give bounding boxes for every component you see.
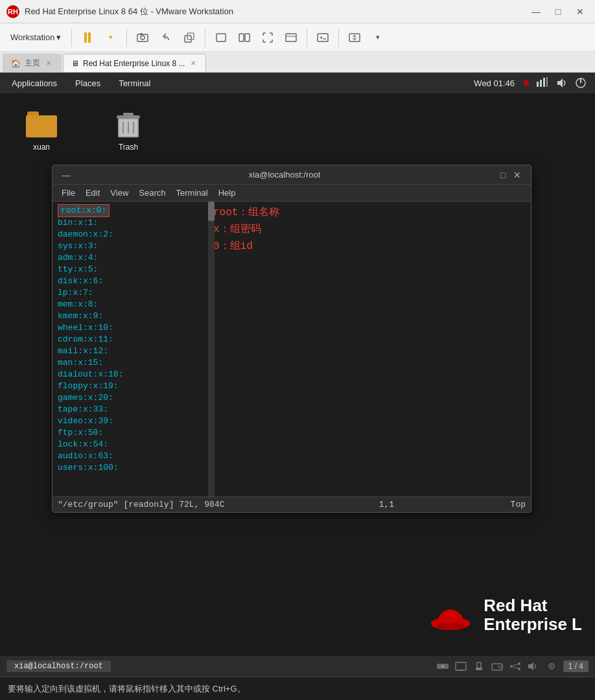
table-row: video:x:39: <box>58 415 200 427</box>
svg-rect-6 <box>239 34 244 41</box>
svg-point-28 <box>436 623 465 629</box>
term-menu-file[interactable]: File <box>56 187 80 199</box>
table-row: ftp:x:50: <box>58 427 200 439</box>
view-split[interactable] <box>234 27 255 48</box>
stretch-icon <box>348 31 361 44</box>
sound-icon <box>555 76 568 89</box>
svg-rect-2 <box>140 33 143 35</box>
svg-point-43 <box>550 666 552 668</box>
table-row: cdrom:x:11: <box>58 334 200 345</box>
term-menu-help[interactable]: Help <box>213 187 241 199</box>
hint-bar: 要将输入定向到该虚拟机，请将鼠标指针移入其中或按 Ctrl+G。 <box>0 677 595 700</box>
stretch-dropdown[interactable]: ▾ <box>368 27 388 48</box>
terminal-minimize[interactable]: — <box>59 168 73 182</box>
console-button[interactable] <box>312 27 333 48</box>
menu-places[interactable]: Places <box>71 77 104 89</box>
table-row: dialout:x:18: <box>58 369 200 380</box>
term-menu-search[interactable]: Search <box>134 187 170 199</box>
separator-5 <box>338 29 339 47</box>
bottom-terminal-button[interactable]: xia@localhost:/root <box>6 660 111 672</box>
svg-rect-8 <box>286 34 296 41</box>
term-menu-terminal[interactable]: Terminal <box>171 187 213 199</box>
revert-button[interactable] <box>156 27 176 48</box>
network-status-icon <box>436 661 449 671</box>
scrollbar-thumb[interactable] <box>208 202 215 221</box>
fullscreen-icon <box>261 31 274 44</box>
terminal-title: xia@localhost:/root <box>73 170 496 180</box>
table-row: mail:x:12: <box>58 345 200 357</box>
snapshot-button[interactable] <box>132 27 153 48</box>
term-menu-view[interactable]: View <box>105 187 134 199</box>
tab-vm-close[interactable]: ✕ <box>189 59 198 68</box>
annotation-line-2: x：组密码 <box>213 224 279 235</box>
svg-point-39 <box>518 668 520 670</box>
desktop-icon-xuan[interactable]: xuan <box>16 106 67 154</box>
pause-dropdown[interactable]: ▾ <box>100 27 121 48</box>
separator-2 <box>126 29 127 47</box>
bottom-right: 1 / 4 <box>436 660 589 672</box>
stretch-button[interactable] <box>344 27 365 48</box>
trash-label: Trash <box>119 143 138 152</box>
minimize-button[interactable]: — <box>528 5 544 18</box>
tab-home[interactable]: 🏠 主页 ✕ <box>3 54 62 72</box>
tab-vm[interactable]: 🖥 Red Hat Enterprise Linux 8 ... ✕ <box>63 54 206 72</box>
table-row: man:x:15: <box>58 357 200 369</box>
clone-button[interactable] <box>179 27 200 48</box>
vm-icon: 🖥 <box>71 59 79 68</box>
view-normal-icon <box>215 31 228 44</box>
svg-point-1 <box>141 36 145 40</box>
hint-text: 要将输入定向到该虚拟机，请将鼠标指针移入其中或按 Ctrl+G。 <box>8 683 246 695</box>
folder-label: xuan <box>33 143 50 152</box>
table-row: root:x:0: <box>58 204 110 217</box>
terminal-status-left: "/etc/group" [readonly] 72L, 984C <box>58 500 224 509</box>
fullscreen-button[interactable] <box>257 27 278 48</box>
share-icon <box>509 661 522 671</box>
svg-rect-5 <box>216 34 226 41</box>
view-normal[interactable] <box>211 27 231 48</box>
gnome-bar: Applications Places Terminal Wed 01:46 <box>0 73 595 93</box>
svg-rect-31 <box>456 662 466 670</box>
svg-point-30 <box>441 665 444 668</box>
svg-rect-14 <box>540 80 542 87</box>
separator-3 <box>205 29 205 47</box>
terminal-maximize[interactable]: □ <box>496 168 510 182</box>
close-button[interactable]: ✕ <box>572 5 589 18</box>
window-title: Red Hat Enterprise Linux 8 64 位 - VMware… <box>25 6 528 18</box>
terminal-titlebar: — xia@localhost:/root □ ✕ <box>52 165 531 185</box>
table-row: floppy:x:19: <box>58 380 200 392</box>
menu-terminal[interactable]: Terminal <box>115 77 154 89</box>
terminal-scrollbar[interactable] <box>208 202 215 496</box>
desktop-icon-trash[interactable]: Trash <box>102 106 154 154</box>
redhat-brand-line2: Enterprise L <box>484 615 582 634</box>
table-row: wheel:x:10: <box>58 322 200 334</box>
pause-icon <box>84 32 91 43</box>
svg-rect-22 <box>123 113 134 116</box>
terminal-close[interactable]: ✕ <box>510 168 524 182</box>
dropdown-arrow: ▾ <box>56 32 61 42</box>
terminal-body: root:x:0: bin:x:1: daemon:x:2: sys:x:3: … <box>52 202 531 496</box>
workstation-menu[interactable]: Workstation ▾ <box>5 30 66 45</box>
table-row: sys:x:3: <box>58 240 200 252</box>
table-row: games:x:20: <box>58 392 200 404</box>
svg-rect-13 <box>537 82 539 87</box>
svg-rect-4 <box>187 33 194 40</box>
app-icon: RH <box>6 5 19 18</box>
table-row: disk:x:6: <box>58 275 200 287</box>
terminal-window: 组身份信息文件 — xia@localhost:/root □ ✕ File E… <box>52 165 531 513</box>
term-menu-edit[interactable]: Edit <box>80 187 105 199</box>
tab-home-close[interactable]: ✕ <box>44 59 53 68</box>
power-icon <box>574 76 587 89</box>
redhat-logo-area: Red Hat Enterprise L <box>428 592 582 638</box>
folder-icon <box>26 109 57 140</box>
view-settings[interactable] <box>281 27 301 48</box>
usb-icon <box>472 661 485 671</box>
terminal-menu: File Edit View Search Terminal Help <box>52 185 531 202</box>
console-icon <box>316 31 329 44</box>
menu-applications[interactable]: Applications <box>8 77 61 89</box>
svg-rect-34 <box>476 668 482 670</box>
maximize-button[interactable]: □ <box>550 5 566 18</box>
svg-point-38 <box>518 662 520 665</box>
table-row: adm:x:4: <box>58 252 200 264</box>
clone-icon <box>183 31 196 44</box>
pause-button[interactable] <box>77 27 98 48</box>
